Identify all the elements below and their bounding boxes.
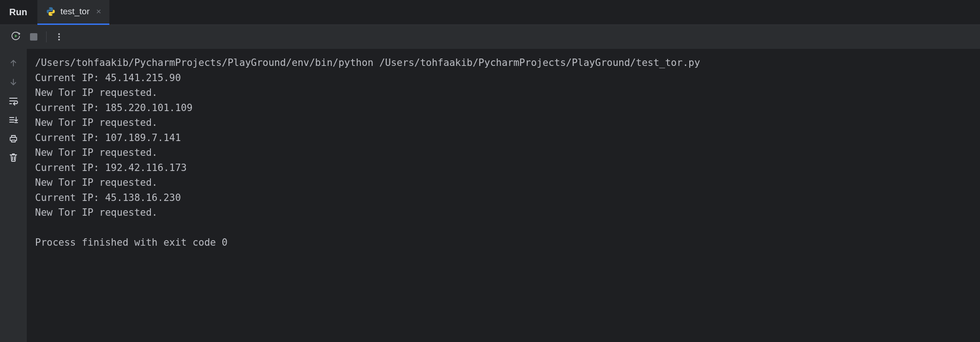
run-tab[interactable]: test_tor × — [37, 0, 109, 25]
console-line: Current IP: 192.42.116.173 — [35, 160, 972, 176]
run-tool-window-label: Run — [0, 7, 37, 18]
clear-all-button[interactable] — [5, 150, 22, 165]
console-output[interactable]: /Users/tohfaakib/PycharmProjects/PlayGro… — [27, 49, 980, 342]
scroll-to-end-button[interactable] — [5, 112, 22, 127]
console-line: Current IP: 45.138.16.230 — [35, 190, 972, 206]
down-stack-button[interactable] — [5, 74, 22, 89]
close-tab-icon[interactable]: × — [96, 6, 101, 17]
print-button[interactable] — [5, 131, 22, 146]
svg-point-3 — [58, 39, 60, 41]
toolbar-divider — [46, 31, 47, 42]
console-line: New Tor IP requested. — [35, 205, 972, 220]
console-line — [35, 220, 972, 236]
console-line: New Tor IP requested. — [35, 145, 972, 160]
console-line: New Tor IP requested. — [35, 115, 972, 130]
run-sidebar — [0, 49, 27, 342]
console-line: New Tor IP requested. — [35, 175, 972, 190]
more-actions-button[interactable] — [50, 28, 68, 46]
rerun-button[interactable] — [7, 28, 25, 46]
top-bar: Run test_tor × — [0, 0, 980, 25]
svg-point-1 — [58, 33, 60, 35]
stop-button[interactable] — [25, 28, 42, 46]
svg-rect-0 — [30, 33, 37, 41]
console-line: Process finished with exit code 0 — [35, 235, 972, 250]
body-area: /Users/tohfaakib/PycharmProjects/PlayGro… — [0, 49, 980, 342]
up-stack-button[interactable] — [5, 55, 22, 71]
console-line: Current IP: 185.220.101.109 — [35, 100, 972, 116]
tab-label: test_tor — [60, 6, 90, 17]
run-toolbar — [0, 25, 980, 49]
svg-point-2 — [58, 36, 60, 38]
soft-wrap-button[interactable] — [5, 93, 22, 108]
console-line: Current IP: 107.189.7.141 — [35, 130, 972, 146]
console-line: New Tor IP requested. — [35, 85, 972, 100]
console-line: Current IP: 45.141.215.90 — [35, 71, 972, 86]
python-file-icon — [46, 6, 56, 17]
console-line: /Users/tohfaakib/PycharmProjects/PlayGro… — [35, 55, 972, 71]
